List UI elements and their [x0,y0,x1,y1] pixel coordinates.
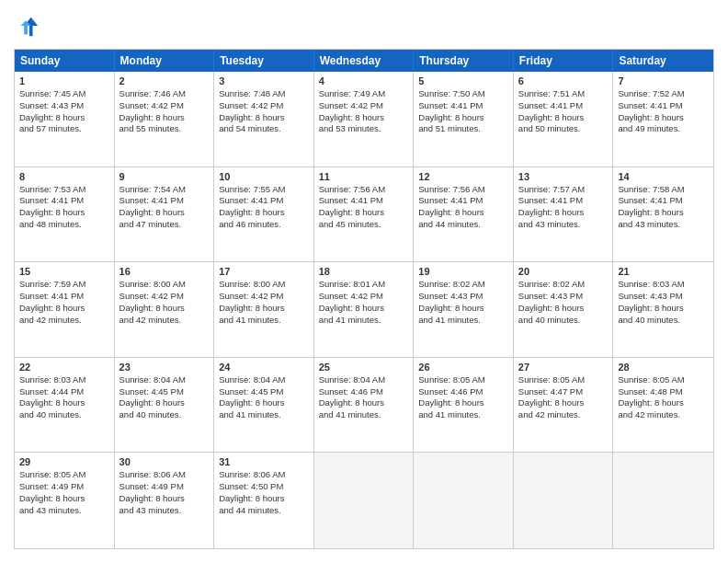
cell-info-line: Sunset: 4:41 PM [418,100,508,112]
cell-info-line: and 41 minutes. [418,409,508,421]
cell-info-line: Sunset: 4:41 PM [618,100,709,112]
cell-info-line: and 42 minutes. [19,315,109,327]
cell-info-line: Sunset: 4:42 PM [319,100,409,112]
calendar-cell [514,453,614,548]
cell-info-line: Sunrise: 8:01 AM [319,279,409,291]
cell-info-line: Daylight: 8 hours [618,207,709,219]
cell-info-line: Daylight: 8 hours [19,112,109,124]
cell-info-line: Sunrise: 7:49 AM [319,88,409,100]
cell-info-line: Daylight: 8 hours [618,397,709,409]
header-cell-tuesday: Tuesday [214,50,314,72]
cell-info-line: Daylight: 8 hours [518,112,609,124]
cell-info-line: and 54 minutes. [219,123,309,135]
cell-info-line: and 43 minutes. [518,219,609,231]
cell-info-line: and 47 minutes. [119,219,210,231]
cell-info-line: Sunrise: 8:05 AM [518,374,609,386]
calendar-row: 15Sunrise: 7:59 AMSunset: 4:41 PMDayligh… [15,262,713,358]
calendar-cell: 18Sunrise: 8:01 AMSunset: 4:42 PMDayligh… [314,262,415,357]
cell-info-line: Sunrise: 8:05 AM [19,469,109,481]
cell-info-line: Sunrise: 8:03 AM [19,374,109,386]
day-number: 8 [19,171,109,182]
calendar-row: 1Sunrise: 7:45 AMSunset: 4:43 PMDaylight… [15,72,713,167]
cell-info-line: and 43 minutes. [119,505,210,517]
day-number: 13 [518,171,609,182]
cell-info-line: Sunrise: 7:59 AM [19,279,109,291]
cell-info-line: Daylight: 8 hours [418,207,508,219]
calendar-body: 1Sunrise: 7:45 AMSunset: 4:43 PMDaylight… [15,72,713,548]
calendar-cell: 20Sunrise: 8:02 AMSunset: 4:43 PMDayligh… [514,262,614,357]
calendar-cell: 4Sunrise: 7:49 AMSunset: 4:42 PMDaylight… [314,72,415,167]
header-cell-sunday: Sunday [15,50,115,72]
cell-info-line: Daylight: 8 hours [19,397,109,409]
cell-info-line: Sunset: 4:47 PM [518,386,609,398]
cell-info-line: and 50 minutes. [518,123,609,135]
cell-info-line: and 57 minutes. [19,123,109,135]
cell-info-line: Daylight: 8 hours [19,303,109,315]
day-number: 2 [119,75,210,86]
cell-info-line: and 51 minutes. [418,123,508,135]
cell-info-line: Sunset: 4:41 PM [518,100,609,112]
cell-info-line: Sunrise: 8:05 AM [418,374,508,386]
cell-info-line: Sunset: 4:42 PM [219,291,309,303]
day-number: 19 [418,266,508,277]
cell-info-line: and 45 minutes. [319,219,409,231]
calendar-cell: 3Sunrise: 7:48 AMSunset: 4:42 PMDaylight… [214,72,314,167]
cell-info-line: Sunrise: 7:54 AM [119,184,210,196]
calendar-cell: 31Sunrise: 8:06 AMSunset: 4:50 PMDayligh… [214,453,314,548]
day-number: 28 [618,362,709,373]
cell-info-line: Sunrise: 8:02 AM [518,279,609,291]
cell-info-line: Sunset: 4:43 PM [418,291,508,303]
cell-info-line: Sunset: 4:43 PM [518,291,609,303]
cell-info-line: and 41 minutes. [219,315,309,327]
day-number: 22 [19,362,109,373]
cell-info-line: Sunset: 4:46 PM [319,386,409,398]
cell-info-line: Sunrise: 8:04 AM [119,374,210,386]
cell-info-line: and 42 minutes. [518,409,609,421]
day-number: 3 [219,75,309,86]
cell-info-line: Sunrise: 7:58 AM [618,184,709,196]
day-number: 1 [19,75,109,86]
calendar-row: 8Sunrise: 7:53 AMSunset: 4:41 PMDaylight… [15,167,713,263]
cell-info-line: Sunset: 4:42 PM [219,100,309,112]
cell-info-line: Sunrise: 7:48 AM [219,88,309,100]
calendar-cell: 17Sunrise: 8:00 AMSunset: 4:42 PMDayligh… [214,262,314,357]
cell-info-line: Daylight: 8 hours [219,493,309,505]
cell-info-line: and 48 minutes. [19,219,109,231]
calendar-cell: 1Sunrise: 7:45 AMSunset: 4:43 PMDaylight… [15,72,115,167]
cell-info-line: Sunrise: 7:52 AM [618,88,709,100]
day-number: 9 [119,171,210,182]
cell-info-line: Sunrise: 7:46 AM [119,88,210,100]
calendar-cell: 23Sunrise: 8:04 AMSunset: 4:45 PMDayligh… [115,358,215,453]
cell-info-line: Daylight: 8 hours [219,112,309,124]
cell-info-line: and 42 minutes. [119,315,210,327]
calendar-cell: 14Sunrise: 7:58 AMSunset: 4:41 PMDayligh… [613,167,713,262]
cell-info-line: and 41 minutes. [418,315,508,327]
cell-info-line: Daylight: 8 hours [518,207,609,219]
cell-info-line: and 46 minutes. [219,219,309,231]
cell-info-line: Daylight: 8 hours [119,207,210,219]
day-number: 5 [418,75,508,86]
day-number: 12 [418,171,508,182]
cell-info-line: Sunrise: 8:00 AM [219,279,309,291]
cell-info-line: Daylight: 8 hours [618,303,709,315]
cell-info-line: Daylight: 8 hours [119,493,210,505]
cell-info-line: and 43 minutes. [19,505,109,517]
header-cell-saturday: Saturday [613,50,713,72]
cell-info-line: Daylight: 8 hours [19,493,109,505]
calendar-cell: 29Sunrise: 8:05 AMSunset: 4:49 PMDayligh… [15,453,115,548]
cell-info-line: Daylight: 8 hours [518,397,609,409]
calendar-header: SundayMondayTuesdayWednesdayThursdayFrid… [15,50,713,72]
calendar-cell: 11Sunrise: 7:56 AMSunset: 4:41 PMDayligh… [314,167,415,262]
cell-info-line: Sunset: 4:50 PM [219,481,309,493]
cell-info-line: and 41 minutes. [319,409,409,421]
cell-info-line: and 42 minutes. [618,409,709,421]
cell-info-line: Daylight: 8 hours [418,112,508,124]
day-number: 7 [618,75,709,86]
cell-info-line: Daylight: 8 hours [219,207,309,219]
day-number: 20 [518,266,609,277]
day-number: 31 [219,456,309,467]
day-number: 25 [319,362,409,373]
cell-info-line: Sunset: 4:41 PM [618,195,709,207]
day-number: 18 [319,266,409,277]
calendar-cell: 6Sunrise: 7:51 AMSunset: 4:41 PMDaylight… [514,72,614,167]
